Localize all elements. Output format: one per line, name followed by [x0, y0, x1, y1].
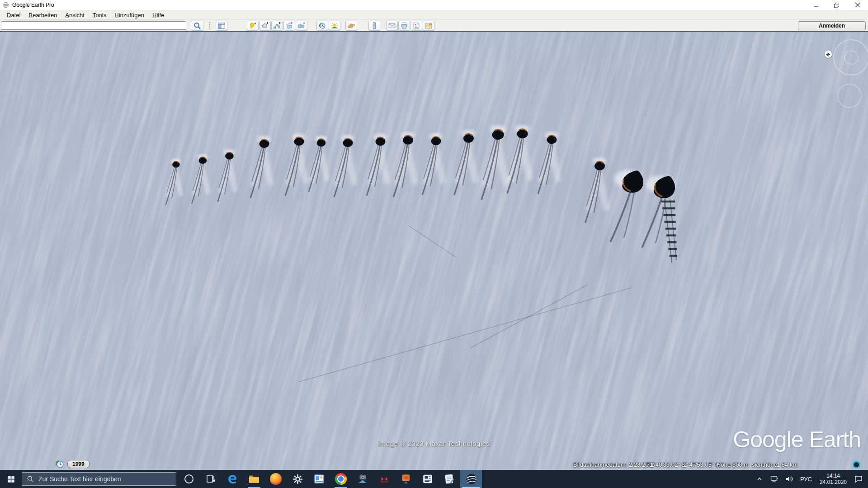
taskbar-news-icon[interactable] [417, 470, 439, 488]
add-placemark-button[interactable] [247, 21, 259, 31]
ruler-button[interactable] [368, 21, 380, 31]
planets-button[interactable] [345, 21, 357, 31]
menu-ansicht[interactable]: Ansicht [61, 11, 89, 19]
menu-datei[interactable]: Datei [3, 11, 24, 19]
tray-network-icon[interactable] [769, 470, 780, 488]
altitude-value: 808 m [732, 461, 749, 468]
imagery-year-label: 1999 [67, 460, 90, 468]
email-button[interactable] [386, 21, 398, 31]
view-in-google-maps-button[interactable] [423, 21, 434, 31]
system-tray: РУС 14:14 24.01.2020 [754, 470, 868, 488]
title-bar: Google Earth Pro [0, 0, 868, 10]
add-polygon-button[interactable] [259, 21, 271, 31]
tray-date: 24.01.2020 [820, 479, 847, 485]
taskbar-photos-app-icon[interactable] [308, 470, 330, 488]
menu-bearbeiten[interactable]: Bearbeiten [24, 11, 61, 19]
taskbar-edge-icon[interactable] [222, 470, 243, 488]
taskbar-video-editor-icon[interactable] [373, 470, 395, 488]
taskbar-search-icon [27, 475, 34, 483]
sunlight-button[interactable] [329, 21, 340, 31]
taskbar-notes-icon[interactable] [439, 470, 460, 488]
add-tools-group [247, 21, 307, 31]
longitude-value: 2°47'53.05" W [684, 461, 721, 468]
historical-clock-icon [55, 459, 65, 469]
app-logo-icon [2, 1, 9, 9]
taskbar-task-view-icon[interactable] [200, 470, 222, 488]
tray-clock[interactable]: 14:14 24.01.2020 [817, 473, 849, 485]
taskbar-chrome-icon[interactable] [330, 470, 352, 488]
move-joystick[interactable] [837, 84, 862, 108]
capture-date-label: Bildaufnahmedatum: [573, 461, 627, 468]
sign-in-button[interactable]: Anmelden [798, 21, 866, 30]
look-joystick[interactable] [844, 50, 859, 65]
menu-hinzufuegen[interactable]: Hinzufügen [110, 11, 148, 19]
altitude-label: Höhe [717, 461, 731, 468]
status-bar: 1999 Bildaufnahmedatum: 2/23/2006 71°40'… [0, 459, 868, 470]
time-tools-group [316, 21, 340, 31]
tray-volume-icon[interactable] [783, 470, 795, 488]
tray-time: 14:14 [820, 473, 847, 479]
toolbar: Anmelden [0, 20, 868, 32]
start-button[interactable] [0, 470, 22, 488]
toggle-sidebar-button[interactable] [216, 21, 227, 31]
tray-language-indicator[interactable]: РУС [798, 476, 814, 483]
taskbar-search-box[interactable]: Zur Suche Text hier eingeben [22, 472, 176, 486]
taskbar-search-placeholder: Zur Suche Text hier eingeben [38, 475, 121, 483]
historical-imagery-button[interactable] [316, 21, 328, 31]
imagery-copyright: Image © 2020 Maxar Technologies [378, 440, 490, 447]
menu-bar: Datei Bearbeiten Ansicht Tools Hinzufüge… [0, 10, 868, 20]
taskbar-capture-studio-icon[interactable] [395, 470, 417, 488]
add-image-overlay-button[interactable] [283, 21, 295, 31]
tray-action-center-icon[interactable] [853, 470, 864, 488]
taskbar-screen-capture-icon[interactable] [352, 470, 373, 488]
eye-altitude-label: sichthöhe [752, 461, 777, 468]
historical-imagery-badge[interactable]: 1999 [55, 459, 90, 469]
share-tools-group [386, 21, 434, 31]
google-earth-window: Google Earth Pro Datei Bearbeiten Ansich… [0, 0, 868, 488]
taskbar-file-explorer-icon[interactable] [243, 470, 265, 488]
save-image-button[interactable] [410, 21, 422, 31]
taskbar-firefox-icon[interactable] [265, 470, 287, 488]
restore-button[interactable] [826, 0, 847, 10]
menu-tools[interactable]: Tools [89, 11, 110, 19]
print-button[interactable] [398, 21, 410, 31]
taskbar-settings-icon[interactable] [287, 470, 308, 488]
search-input[interactable] [1, 21, 186, 30]
record-tour-button[interactable] [296, 21, 307, 31]
add-path-button[interactable] [271, 21, 283, 31]
taskbar-google-earth-icon[interactable] [460, 470, 482, 488]
compass-north-button[interactable]: N [825, 51, 832, 58]
toolbar-separator [209, 22, 210, 30]
tray-chevron-icon[interactable] [754, 470, 765, 488]
eye-altitude-value: 1.64 km [777, 461, 797, 468]
google-earth-watermark: Google Earth [733, 427, 861, 453]
search-button[interactable] [191, 21, 203, 31]
latitude-value: 71°40'33.02" S [646, 461, 685, 468]
window-title: Google Earth Pro [12, 2, 54, 8]
map-view[interactable]: N Image © 2020 Maxar Technologies Google… [0, 32, 868, 470]
menu-hilfe[interactable]: Hilfe [148, 11, 168, 19]
windows-taskbar: Zur Suche Text hier eingeben [0, 470, 868, 488]
taskbar-cortana-icon[interactable] [178, 470, 200, 488]
satellite-imagery [0, 32, 868, 470]
close-button[interactable] [847, 0, 868, 10]
compass-north-label: N [825, 52, 831, 57]
minimize-button[interactable] [806, 0, 826, 10]
streaming-indicator-icon [853, 461, 860, 469]
